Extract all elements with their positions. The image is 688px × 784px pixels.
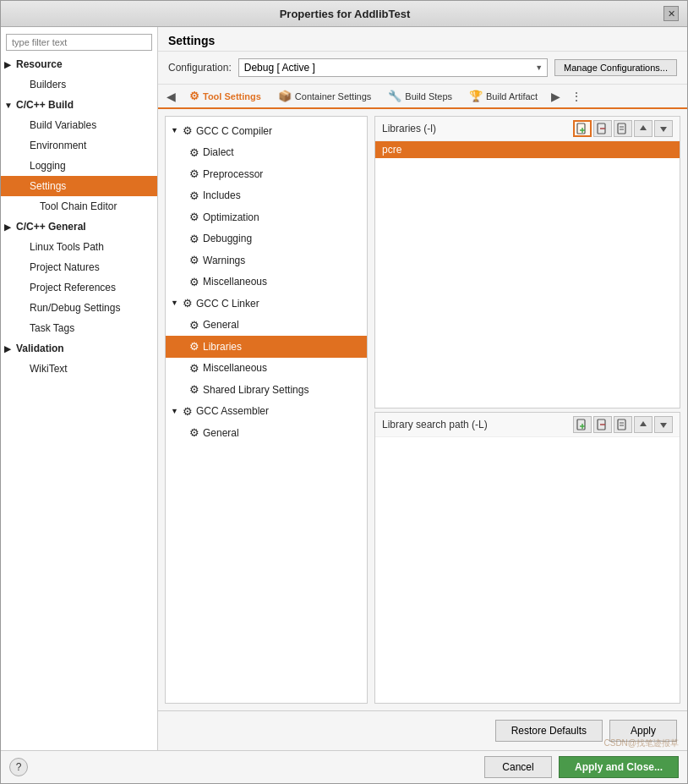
bottom-bar: Restore Defaults Apply <box>158 710 687 750</box>
libraries-add-button[interactable] <box>573 120 592 137</box>
tabs-bar: ◀ ⚙ Tool Settings 📦 Container Settings 🔧… <box>158 85 687 109</box>
tree-item-gcc-assembler[interactable]: ▼ ⚙ GCC Assembler <box>166 401 367 423</box>
search-add-button[interactable] <box>573 416 592 433</box>
search-edit-button[interactable] <box>614 416 632 433</box>
tree-item-general[interactable]: ⚙ General <box>166 315 367 337</box>
tree-item-debugging[interactable]: ⚙ Debugging <box>166 228 367 250</box>
tree-item-label: Preprocessor <box>203 167 263 182</box>
move-down-icon <box>658 123 669 134</box>
close-button[interactable]: ✕ <box>663 6 679 21</box>
restore-defaults-button[interactable]: Restore Defaults <box>495 720 603 742</box>
add-file-icon <box>576 123 588 134</box>
tree-item-miscellaneous-l[interactable]: ⚙ Miscellaneous <box>166 358 367 380</box>
expand-icon: ▼ <box>171 125 179 137</box>
sidebar-item-validation[interactable]: ▶ Validation <box>1 338 157 359</box>
tab-nav-prev[interactable]: ◀ <box>161 86 181 107</box>
apply-and-close-button[interactable]: Apply and Close... <box>559 756 679 778</box>
tree-item-miscellaneous-c[interactable]: ⚙ Miscellaneous <box>166 271 367 293</box>
svg-marker-9 <box>660 127 667 132</box>
expand-icon: ▶ <box>4 58 13 71</box>
sidebar-item-resource[interactable]: ▶ Resource <box>1 54 157 74</box>
sidebar-item-project-natures[interactable]: Project Natures <box>1 257 157 277</box>
tab-nav-next[interactable]: ▶ <box>546 86 565 107</box>
tab-container-settings[interactable]: 📦 Container Settings <box>270 85 380 109</box>
tab-build-artifact[interactable]: 🏆 Build Artifact <box>461 85 546 109</box>
expand-icon: ▼ <box>171 406 179 418</box>
sidebar-item-environment[interactable]: Environment <box>1 135 157 156</box>
footer-actions: Cancel Apply and Close... <box>484 756 679 778</box>
apply-button[interactable]: Apply <box>609 720 677 742</box>
misc-c-icon: ⚙ <box>189 274 199 291</box>
tree-item-gcc-c-compiler[interactable]: ▼ ⚙ GCC C Compiler <box>166 120 367 142</box>
tree-item-dialect[interactable]: ⚙ Dialect <box>166 142 367 164</box>
cancel-button[interactable]: Cancel <box>484 756 552 778</box>
tree-item-optimization[interactable]: ⚙ Optimization <box>166 206 367 228</box>
tab-build-steps[interactable]: 🔧 Build Steps <box>379 85 461 109</box>
config-select[interactable]: Debug [ Active ] <box>238 58 548 77</box>
sidebar-item-project-references[interactable]: Project References <box>1 277 157 298</box>
sidebar-item-cpp-build[interactable]: ▼ C/C++ Build <box>1 95 157 115</box>
sidebar-item-build-variables[interactable]: Build Variables <box>1 115 157 135</box>
svg-rect-10 <box>577 419 585 430</box>
includes-icon: ⚙ <box>189 188 199 205</box>
libraries-delete-button[interactable] <box>593 120 612 137</box>
settings-header: Settings <box>158 27 687 52</box>
general-icon: ⚙ <box>189 317 199 334</box>
libraries-icon: ⚙ <box>189 338 199 355</box>
sidebar-item-settings[interactable]: Settings <box>1 176 157 196</box>
sidebar-item-label: Validation <box>16 341 64 356</box>
tree-item-warnings[interactable]: ⚙ Warnings <box>166 249 367 271</box>
sidebar-item-label: Build Variables <box>30 118 96 133</box>
tree-item-gcc-c-linker[interactable]: ▼ ⚙ GCC C Linker <box>166 293 367 315</box>
sidebar-item-label: Logging <box>30 158 66 173</box>
dialect-icon: ⚙ <box>189 145 199 162</box>
expand-icon: ▼ <box>4 99 13 112</box>
sidebar-item-builders[interactable]: Builders <box>1 74 157 95</box>
tree-panel: ▼ ⚙ GCC C Compiler ⚙ Dialect ⚙ Preproces… <box>165 116 368 704</box>
tool-settings-icon: ⚙ <box>189 90 199 102</box>
config-bar: Configuration: Debug [ Active ] Manage C… <box>158 52 687 85</box>
sidebar-item-label: Builders <box>30 77 66 92</box>
expand-icon: ▶ <box>4 221 13 233</box>
sidebar-item-label: WikiText <box>30 361 68 376</box>
sidebar-item-task-tags[interactable]: Task Tags <box>1 318 157 338</box>
search-delete-button[interactable] <box>593 416 612 433</box>
tab-tool-settings[interactable]: ⚙ Tool Settings <box>181 85 270 109</box>
container-settings-icon: 📦 <box>278 90 292 102</box>
manage-configurations-button[interactable]: Manage Configurations... <box>554 59 677 76</box>
tree-item-general-asm[interactable]: ⚙ General <box>166 422 367 444</box>
search-move-up-button[interactable] <box>634 416 653 433</box>
libraries-title: Libraries (-l) <box>382 123 436 134</box>
build-steps-icon: 🔧 <box>388 90 401 102</box>
misc-l-icon: ⚙ <box>189 360 199 377</box>
tree-item-label: Optimization <box>203 210 259 225</box>
tab-nav-more[interactable]: ⋮ <box>565 86 587 107</box>
library-search-actions <box>573 416 673 433</box>
tree-item-includes[interactable]: ⚙ Includes <box>166 185 367 207</box>
filter-input[interactable] <box>6 34 152 51</box>
search-move-down-button[interactable] <box>654 416 673 433</box>
tree-item-shared-library-settings[interactable]: ⚙ Shared Library Settings <box>166 379 367 401</box>
tree-item-preprocessor[interactable]: ⚙ Preprocessor <box>166 163 367 185</box>
libraries-edit-button[interactable] <box>614 120 632 137</box>
config-label: Configuration: <box>168 62 232 74</box>
sidebar-item-linux-tools-path[interactable]: Linux Tools Path <box>1 237 157 257</box>
library-entry-pcre[interactable]: pcre <box>375 141 680 158</box>
sidebar-item-wikitext[interactable]: WikiText <box>1 359 157 379</box>
sidebar-item-label: C/C++ General <box>16 219 86 234</box>
sidebar-item-tool-chain-editor[interactable]: Tool Chain Editor <box>1 196 157 217</box>
libraries-move-up-button[interactable] <box>634 120 653 137</box>
content-area: ▼ ⚙ GCC C Compiler ⚙ Dialect ⚙ Preproces… <box>158 109 687 710</box>
tree-item-label: Miscellaneous <box>203 360 267 376</box>
tree-item-libraries[interactable]: ⚙ Libraries <box>166 336 367 358</box>
sidebar-item-run-debug-settings[interactable]: Run/Debug Settings <box>1 298 157 318</box>
sidebar-item-logging[interactable]: Logging <box>1 156 157 176</box>
libraries-move-down-button[interactable] <box>654 120 673 137</box>
svg-rect-0 <box>577 123 585 134</box>
title-bar: Properties for AddlibTest ✕ <box>1 1 687 27</box>
optimization-icon: ⚙ <box>189 209 199 226</box>
tree-item-label: Shared Library Settings <box>203 382 309 397</box>
help-button[interactable]: ? <box>9 758 28 776</box>
sidebar-item-label: C/C++ Build <box>16 97 74 112</box>
sidebar-item-cpp-general[interactable]: ▶ C/C++ General <box>1 217 157 237</box>
